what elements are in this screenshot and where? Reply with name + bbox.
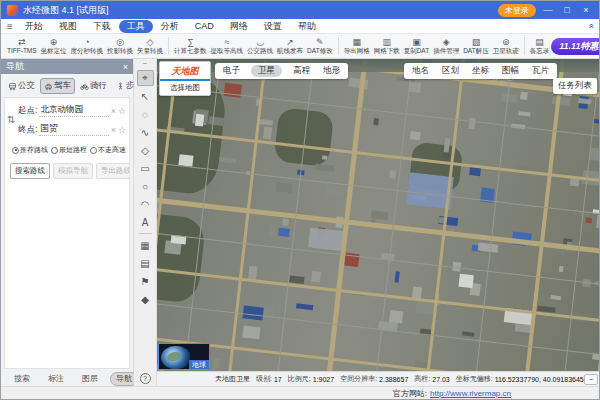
overlay-layer-2[interactable]: 坐标 [470,65,491,77]
sidebar-bottom-tab-0[interactable]: 搜索 [8,372,36,386]
sidebar-bottom-tabs: 搜索标注图层导航 [1,371,133,386]
dat-edit-button[interactable]: ✎DAT修改 [305,37,335,55]
tab-bus-label: 公交 [18,80,35,92]
menu-items: 开始视图下载工具分析CAD网络设置帮助 [17,20,324,33]
login-badge[interactable]: 未登录 [498,4,536,17]
base-layer-2[interactable]: 高程 [291,65,312,77]
tiff-tms-button[interactable]: ⇄TIFF-TMS [5,37,39,55]
favorite-start-icon[interactable]: ☆ [118,106,126,116]
overlay-layer-3[interactable]: 图幅 [500,65,521,77]
lasso-select-tool[interactable]: ◌ [137,106,154,122]
arc-tool[interactable]: ◠ [137,196,154,212]
menu-item-7[interactable]: 设置 [256,20,290,33]
fill-tool[interactable]: ◆ [137,291,154,307]
clear-end-icon[interactable]: × [111,125,116,135]
menu-item-6[interactable]: 网络 [222,20,256,33]
dat-unzip-button[interactable]: ▧DAT解压 [461,37,491,55]
ribbon-separator [168,37,169,55]
copy-dat-button[interactable]: ▣复制DAT [402,37,432,55]
overlay-layer-0[interactable]: 地名 [410,65,431,77]
tab-bus[interactable]: 公交 [4,78,39,94]
map-road [157,226,599,289]
export-route-button[interactable]: 导出路线 [96,163,130,179]
route-option-recommended[interactable]: 推荐路线 [12,145,48,155]
menu-item-2[interactable]: 下载 [85,20,119,33]
projection-convert-button[interactable]: ◎投影转换 [105,37,135,55]
site-link[interactable]: http://www.rivermap.cn [430,389,511,398]
base-layer-3[interactable]: 地形 [321,65,342,77]
menu-item-0[interactable]: 开始 [17,20,51,33]
satellite-track-button[interactable]: ⊚卫星轨迹 [491,37,521,55]
promo-badge[interactable]: 11.11特惠 [551,38,599,55]
start-label: 起点: [18,105,37,117]
polyline-tool[interactable]: ∿ [137,124,154,140]
memo-button[interactable]: ▤备忘录 [528,37,552,55]
start-input[interactable] [39,105,108,117]
ribbon-collapse-icon[interactable]: » [585,23,595,28]
grid-download-button[interactable]: ▥网格下载 [372,37,402,55]
menu-item-3[interactable]: 工具 [119,20,153,33]
menu-item-4[interactable]: 分析 [153,20,187,33]
map-provider-panel[interactable]: 天地图 选择地图 [159,61,211,96]
select-map-button[interactable]: 选择地图 [160,81,210,95]
text-tool[interactable]: A [137,214,154,230]
overlay-layer-1[interactable]: 区划 [440,65,461,77]
status-elevation-label: 高程: [414,374,430,384]
radio-icon [90,147,97,154]
status-level-value: 17 [274,376,282,383]
sidebar-bottom-tab-1[interactable]: 标注 [42,372,70,386]
route-option-shortest[interactable]: 最短路程 [51,145,87,155]
flag-tool[interactable]: ⚑ [137,273,154,289]
toolstrip-collapse-button[interactable]: − [143,60,148,68]
panel-close-icon[interactable]: × [123,62,128,72]
circle-tool[interactable]: ○ [137,178,154,194]
bus-route-button[interactable]: ◡公交路线 [245,37,275,55]
end-input[interactable] [39,124,108,136]
seven-params-button[interactable]: ∑计算七参数 [172,37,209,55]
close-button[interactable]: × [579,5,593,15]
clear-start-icon[interactable]: × [111,106,116,116]
favorite-end-icon[interactable]: ☆ [118,125,126,135]
vector-convert-button[interactable]: ◇矢量转换 [135,37,165,55]
ribbon-buttons: ⇄TIFF-TMS⊕坐标定位◔度分秒转换◎投影转换◇矢量转换∑计算七参数≈提取等… [5,37,551,55]
base-layer-1[interactable]: 卫星 [251,65,282,77]
help-button[interactable]: ? [140,373,151,384]
menu-item-1[interactable]: 视图 [51,20,85,33]
pan-tool[interactable]: ⌖ [137,70,154,86]
status-level-label: 级别: [256,374,272,384]
export-grid-icon: ▦ [352,37,361,47]
extract-contours-button[interactable]: ≈提取等高线 [209,37,246,55]
select-tool[interactable]: ↖ [137,88,154,104]
route-publish-button[interactable]: ↗航线发布 [275,37,305,55]
globe-thumbnail[interactable]: 地球 [158,343,210,370]
print-tool[interactable]: ▤ [137,255,154,271]
search-route-button[interactable]: 搜索路线 [10,163,50,179]
coordinate-locate-button[interactable]: ⊕坐标定位 [39,37,69,55]
tab-drive[interactable]: 驾车 [40,78,75,94]
base-layer-0[interactable]: 电子 [221,65,242,77]
route-option-label: 推荐路线 [20,145,48,155]
plugin-manager-button[interactable]: ◈插件管理 [431,37,461,55]
polygon-tool[interactable]: ◇ [137,142,154,158]
sidebar-bottom-tab-2[interactable]: 图层 [76,372,104,386]
coordinate-locate-label: 坐标定位 [41,47,67,55]
status-resolution-value: 2.388657 [379,376,408,383]
dms-convert-button[interactable]: ◔度分秒转换 [69,37,106,55]
rectangle-tool[interactable]: ▭ [137,160,154,176]
menu-item-5[interactable]: CAD [187,20,222,33]
export-grid-button[interactable]: ▦导出网格 [342,37,372,55]
menu-item-8[interactable]: 帮助 [290,20,324,33]
statusbar-collapse-button[interactable]: − [584,374,598,385]
screenshot-tool[interactable]: ▦ [137,237,154,253]
task-list-button[interactable]: 任务列表 [553,78,597,94]
map-canvas[interactable]: 天地图 选择地图 电子卫星高程地形 地名区划坐标图幅瓦片 任务列表 京密路 地球 [157,59,599,371]
hamburger-icon[interactable]: ≡ [7,21,13,32]
maximize-button[interactable]: □ [560,5,574,15]
simulate-nav-button[interactable]: 模拟导航 [53,163,93,179]
ribbon-separator [524,37,525,55]
overlay-layer-4[interactable]: 瓦片 [530,65,551,77]
minimize-button[interactable]: — [541,5,555,15]
swap-endpoints-icon[interactable]: ⇅ [7,114,15,125]
tab-bike[interactable]: 骑行 [76,78,111,94]
route-option-no-highway[interactable]: 不走高速 [90,145,126,155]
